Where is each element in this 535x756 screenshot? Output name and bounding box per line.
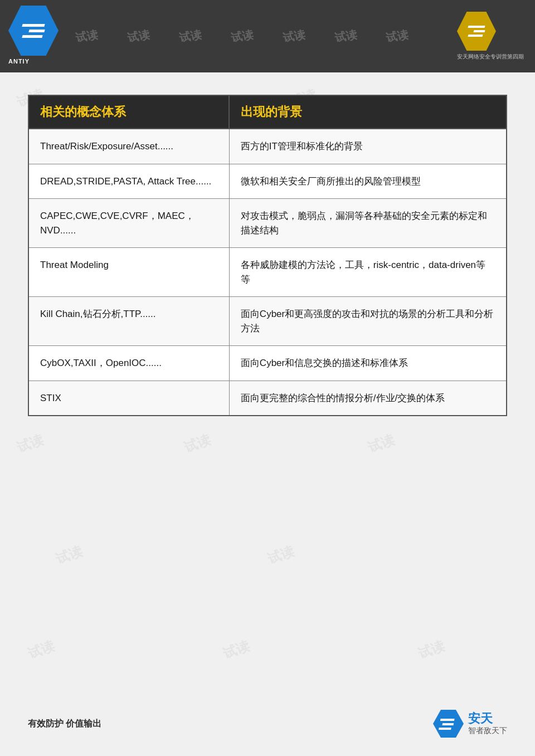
table-cell-right-0: 西方的IT管理和标准化的背景 — [229, 129, 507, 164]
wm7: 试读 — [385, 27, 410, 46]
header: ANTIY 试读 试读 试读 试读 试读 试读 试读 安天网络安全专训营第四期 — [0, 0, 535, 72]
table-row: DREAD,STRIDE,PASTA, Attack Tree......微软和… — [28, 164, 507, 199]
footer-logo-icon — [433, 709, 464, 739]
logo-text: ANTIY — [8, 58, 70, 65]
footer-brand-chinese: 安天 — [468, 713, 493, 725]
table-row: Kill Chain,钻石分析,TTP......面向Cyber和更高强度的攻击… — [28, 297, 507, 346]
header-watermarks: 试读 试读 试读 试读 试读 试读 试读 — [61, 0, 424, 72]
wm6: 试读 — [334, 27, 358, 46]
table-container: 相关的概念体系 出现的背景 Threat/Risk/Exposure/Asset… — [0, 72, 535, 438]
svg-rect-2 — [442, 723, 454, 725]
table-cell-right-4: 面向Cyber和更高强度的攻击和对抗的场景的分析工具和分析方法 — [229, 297, 507, 346]
table-cell-right-5: 面向Cyber和信息交换的描述和标准体系 — [229, 346, 507, 381]
table-cell-right-6: 面向更完整的综合性的情报分析/作业/交换的体系 — [229, 381, 507, 416]
svg-rect-3 — [439, 728, 451, 730]
table-cell-right-1: 微软和相关安全厂商所推出的风险管理模型 — [229, 164, 507, 199]
wm4: 试读 — [230, 27, 255, 46]
table-cell-left-3: Threat Modeling — [28, 248, 229, 297]
footer: 有效防护 价值输出 安天 智者敌天下 — [0, 709, 535, 739]
table-cell-left-1: DREAD,STRIDE,PASTA, Attack Tree...... — [28, 164, 229, 199]
col2-header: 出现的背景 — [229, 95, 507, 129]
footer-brand-area: 安天 智者敌天下 — [468, 713, 507, 736]
table-cell-left-0: Threat/Risk/Exposure/Asset...... — [28, 129, 229, 164]
table-row: CAPEC,CWE,CVE,CVRF，MAEC，NVD......对攻击模式，脆… — [28, 199, 507, 248]
header-logo: ANTIY — [8, 6, 70, 67]
table-cell-left-6: STIX — [28, 381, 229, 416]
footer-brand-sub: 智者敌天下 — [468, 726, 507, 736]
wm2: 试读 — [127, 27, 151, 46]
table-cell-left-2: CAPEC,CWE,CVE,CVRF，MAEC，NVD...... — [28, 199, 229, 248]
concept-table: 相关的概念体系 出现的背景 Threat/Risk/Exposure/Asset… — [28, 95, 507, 416]
table-cell-right-2: 对攻击模式，脆弱点，漏洞等各种基础的安全元素的标定和描述结构 — [229, 199, 507, 248]
col1-header: 相关的概念体系 — [28, 95, 229, 129]
table-row: STIX面向更完整的综合性的情报分析/作业/交换的体系 — [28, 381, 507, 416]
table-row: Threat/Risk/Exposure/Asset......西方的IT管理和… — [28, 129, 507, 164]
header-right-area: 安天网络安全专训营第四期 — [457, 12, 524, 61]
main-content: 相关的概念体系 出现的背景 Threat/Risk/Exposure/Asset… — [0, 72, 535, 438]
table-row: CybOX,TAXII，OpenIOC......面向Cyber和信息交换的描述… — [28, 346, 507, 381]
table-cell-right-3: 各种威胁建模的方法论，工具，risk-centric，data-driven等等 — [229, 248, 507, 297]
wm3: 试读 — [178, 27, 203, 46]
table-cell-left-4: Kill Chain,钻石分析,TTP...... — [28, 297, 229, 346]
table-cell-left-5: CybOX,TAXII，OpenIOC...... — [28, 346, 229, 381]
footer-slogan: 有效防护 价值输出 — [28, 718, 101, 730]
table-row: Threat Modeling各种威胁建模的方法论，工具，risk-centri… — [28, 248, 507, 297]
wm1: 试读 — [75, 27, 99, 46]
footer-logo: 安天 智者敌天下 — [433, 709, 507, 739]
header-subtitle: 安天网络安全专训营第四期 — [457, 53, 524, 61]
wm5: 试读 — [282, 27, 307, 46]
svg-rect-1 — [440, 719, 455, 721]
